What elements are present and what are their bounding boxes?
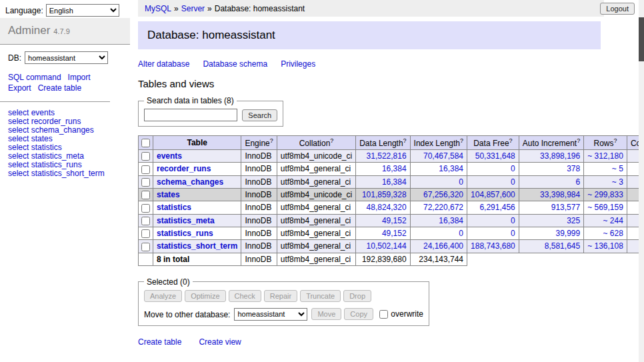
table-name-link[interactable]: states [157, 190, 180, 199]
scrollbar-thumb[interactable] [639, 17, 644, 61]
create-link[interactable]: Create view [199, 337, 241, 347]
row-checkbox[interactable] [141, 178, 150, 187]
data-length-link[interactable]: 31,522,816 [367, 151, 407, 161]
index-length-link[interactable]: 16,384 [439, 216, 463, 225]
language-select[interactable]: English [46, 4, 119, 17]
check-button[interactable]: Check [229, 290, 261, 302]
index-length-link[interactable]: 16,384 [439, 164, 463, 173]
help-link[interactable]: ? [270, 137, 273, 144]
table-name-link[interactable]: statistics_short_term [157, 241, 237, 251]
engine-cell: InnoDB [241, 201, 277, 214]
data-length-link[interactable]: 49,152 [382, 229, 407, 238]
table-name-link[interactable]: schema_changes [157, 177, 223, 187]
data-free-link[interactable]: 188,743,680 [471, 241, 515, 251]
index-length-link[interactable]: 70,467,584 [423, 151, 463, 161]
search-button[interactable]: Search [242, 109, 277, 121]
collation-cell: utf8mb4_general_ci [277, 201, 355, 214]
move-button[interactable]: Move [311, 308, 341, 320]
totals-row: 8 in total InnoDB utf8mb4_general_ci 192… [139, 253, 644, 265]
search-input[interactable] [144, 109, 237, 121]
select-all-checkbox[interactable] [141, 139, 150, 147]
rows-count-link[interactable]: ~ 244 [603, 216, 623, 225]
data-length-link[interactable]: 16,384 [382, 177, 407, 187]
engine-cell: InnoDB [241, 240, 277, 253]
auto-increment-link[interactable]: 378 [567, 164, 580, 173]
row-checkbox[interactable] [141, 152, 150, 161]
data-free-link[interactable]: 0 [511, 164, 515, 173]
index-length-link[interactable]: 72,220,672 [423, 203, 463, 212]
db-select[interactable]: homeassistant [25, 51, 108, 64]
auto-increment-link[interactable]: 8,581,645 [545, 241, 580, 251]
column-header-rows: Rows? [584, 136, 627, 150]
sidebar-table-links: select eventsselect recorder_runsselect … [0, 102, 130, 185]
table-name-link[interactable]: events [157, 151, 182, 161]
sidebar-table-link[interactable]: select statistics_short_term [8, 169, 122, 178]
row-checkbox[interactable] [141, 204, 150, 213]
truncate-button[interactable]: Truncate [300, 290, 341, 302]
data-free-link[interactable]: 6,291,456 [479, 203, 515, 212]
data-free-link[interactable]: 104,857,600 [471, 190, 515, 199]
help-link[interactable]: ? [460, 137, 463, 144]
sidebar-action-link[interactable]: Export [8, 83, 31, 93]
data-free-link[interactable]: 0 [511, 229, 515, 238]
help-link[interactable]: ? [614, 137, 617, 144]
drop-button[interactable]: Drop [343, 290, 371, 302]
sidebar-action-link[interactable]: Import [68, 72, 91, 83]
data-free-link[interactable]: 50,331,648 [475, 151, 515, 161]
auto-increment-link[interactable]: 6 [575, 177, 580, 187]
copy-button[interactable]: Copy [344, 308, 373, 320]
database-nav-link[interactable]: Alter database [138, 59, 189, 69]
table-name-link[interactable]: statistics_runs [157, 229, 213, 238]
database-nav-link[interactable]: Privileges [281, 59, 315, 69]
table-name-link[interactable]: statistics [157, 203, 191, 212]
rows-count-link[interactable]: ~ 569,159 [587, 203, 623, 212]
repair-button[interactable]: Repair [264, 290, 297, 302]
row-checkbox[interactable] [141, 217, 150, 225]
table-name-link[interactable]: recorder_runs [157, 164, 211, 173]
sidebar-action-link[interactable]: Create table [38, 83, 81, 93]
auto-increment-link[interactable]: 913,577 [551, 203, 580, 212]
data-length-link[interactable]: 10,502,144 [367, 241, 407, 251]
data-free-link[interactable]: 0 [511, 177, 515, 187]
row-checkbox[interactable] [141, 165, 150, 174]
data-length-link[interactable]: 101,859,328 [362, 190, 407, 199]
rows-count-link[interactable]: ~ 628 [603, 229, 623, 238]
table-row: recorder_runsInnoDButf8mb4_general_ci16,… [139, 163, 644, 175]
sidebar-action-link[interactable]: SQL command [8, 72, 61, 83]
row-checkbox[interactable] [141, 243, 150, 251]
index-length-link[interactable]: 24,166,400 [423, 241, 463, 251]
auto-increment-link[interactable]: 33,898,196 [540, 151, 580, 161]
analyze-button[interactable]: Analyze [144, 290, 182, 302]
data-length-link[interactable]: 16,384 [382, 164, 407, 173]
table-name-link[interactable]: statistics_meta [157, 216, 215, 225]
vertical-scrollbar[interactable] [639, 0, 644, 362]
overwrite-checkbox[interactable] [379, 310, 388, 319]
rows-count-link[interactable]: ~ 299,833 [587, 190, 623, 199]
index-length-link[interactable]: 0 [459, 177, 463, 187]
optimize-button[interactable]: Optimize [185, 290, 225, 302]
index-length-link[interactable]: 0 [459, 229, 463, 238]
rows-count-link[interactable]: ~ 5 [612, 164, 623, 173]
data-length-link[interactable]: 49,152 [382, 216, 407, 225]
database-nav-links: Alter databaseDatabase schemaPrivileges [138, 59, 644, 69]
auto-increment-link[interactable]: 33,398,984 [540, 190, 580, 199]
row-checkbox[interactable] [141, 191, 150, 199]
help-link[interactable]: ? [509, 137, 513, 144]
row-checkbox[interactable] [141, 229, 150, 238]
help-link[interactable]: ? [403, 137, 407, 144]
auto-increment-link[interactable]: 39,999 [555, 229, 580, 238]
column-header-collation: Collation? [277, 136, 355, 150]
create-link[interactable]: Create table [138, 337, 181, 347]
database-nav-link[interactable]: Database schema [203, 59, 267, 69]
rows-count-link[interactable]: ~ 136,108 [587, 241, 623, 251]
rows-count-link[interactable]: ~ 312,180 [587, 151, 623, 161]
move-db-select[interactable]: homeassistant [234, 308, 307, 321]
table-row: schema_changesInnoDButf8mb4_general_ci16… [139, 175, 644, 188]
help-link[interactable]: ? [577, 137, 580, 144]
data-length-link[interactable]: 48,824,320 [367, 203, 407, 212]
rows-count-link[interactable]: ~ 3 [612, 177, 623, 187]
help-link[interactable]: ? [330, 137, 333, 144]
auto-increment-link[interactable]: 325 [567, 216, 580, 225]
index-length-link[interactable]: 67,256,320 [423, 190, 463, 199]
data-free-link[interactable]: 0 [511, 216, 515, 225]
